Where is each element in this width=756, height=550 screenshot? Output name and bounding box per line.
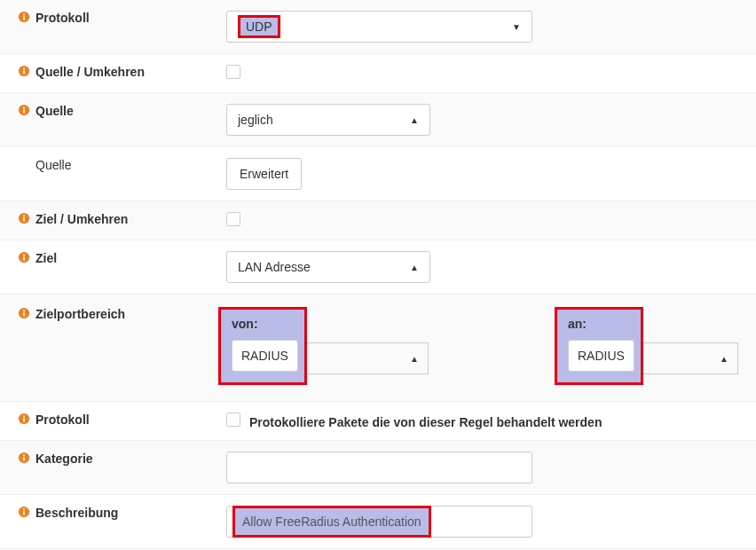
quelle-umkehren-checkbox[interactable] — [226, 65, 240, 79]
caret-up-icon: ▲ — [720, 354, 728, 364]
label-ziel-umkehren: Ziel / Umkehren — [0, 212, 226, 229]
kategorie-input[interactable] — [226, 452, 532, 483]
label-quelle-umkehren: Quelle / Umkehren — [0, 65, 226, 82]
protokoll-log-label: Protokolliere Pakete die von dieser Rege… — [249, 415, 602, 429]
svg-rect-13 — [23, 256, 25, 260]
svg-rect-11 — [23, 216, 25, 217]
caret-up-icon: ▲ — [410, 115, 419, 125]
ziel-umkehren-checkbox[interactable] — [226, 212, 240, 226]
field-ziel: LAN Adresse ▲ — [226, 251, 756, 283]
svg-rect-22 — [23, 457, 25, 460]
protokoll-dropdown[interactable]: UDP ▼ — [226, 11, 532, 43]
svg-rect-16 — [23, 312, 25, 316]
info-icon — [18, 251, 30, 263]
port-an-box: an: RADIUS — [555, 307, 643, 385]
row-protokoll: Protokoll UDP ▼ — [0, 0, 756, 54]
field-ziel-umkehren — [226, 212, 756, 229]
info-icon — [18, 307, 30, 319]
field-protokoll: UDP ▼ — [226, 11, 756, 43]
label-ziel: Ziel — [0, 251, 226, 283]
info-icon — [18, 452, 30, 464]
svg-rect-17 — [23, 310, 25, 312]
svg-rect-20 — [23, 416, 25, 418]
svg-rect-1 — [23, 16, 25, 20]
row-quelle: Quelle jeglich ▲ — [0, 93, 756, 147]
port-von-dropdown[interactable]: RADIUS — [232, 340, 298, 372]
svg-rect-10 — [23, 217, 25, 221]
field-zielportbereich: von: RADIUS ▲ an: RADIU — [218, 307, 756, 385]
field-quelle: jeglich ▲ — [226, 104, 756, 136]
erweitert-button[interactable]: Erweitert — [226, 158, 302, 190]
row-kategorie: Kategorie — [0, 441, 756, 495]
port-von-label: von: — [232, 317, 294, 331]
svg-rect-7 — [23, 109, 25, 113]
field-quelle-adv: Erweitert — [226, 158, 756, 190]
caret-down-icon: ▼ — [512, 22, 521, 32]
svg-rect-23 — [23, 455, 25, 457]
row-quelle-adv: Quelle Erweitert — [0, 147, 756, 201]
port-an-label: an: — [568, 317, 630, 331]
port-von-box: von: RADIUS — [218, 307, 307, 385]
info-icon — [18, 104, 30, 116]
label-quelle: Quelle — [0, 104, 226, 136]
svg-rect-8 — [23, 107, 25, 109]
label-zielportbereich: Zielportbereich — [0, 307, 218, 321]
info-icon — [18, 11, 30, 23]
field-quelle-umkehren — [226, 65, 756, 82]
svg-rect-25 — [23, 511, 25, 515]
svg-rect-14 — [23, 255, 25, 256]
label-quelle-adv: Quelle — [0, 158, 226, 190]
row-quelle-umkehren: Quelle / Umkehren — [0, 54, 756, 93]
info-icon — [18, 506, 30, 518]
row-protokoll-log: Protokoll Protokolliere Pakete die von d… — [0, 402, 756, 441]
caret-up-icon: ▲ — [410, 354, 419, 364]
info-icon — [18, 412, 30, 425]
svg-rect-26 — [23, 509, 25, 511]
svg-rect-4 — [23, 70, 25, 74]
row-ziel: Ziel LAN Adresse ▲ — [0, 240, 756, 295]
caret-up-icon: ▲ — [410, 263, 419, 272]
svg-rect-19 — [23, 418, 25, 421]
row-ziel-umkehren: Ziel / Umkehren — [0, 201, 756, 240]
beschreibung-input[interactable]: Allow FreeRadius Authentication — [226, 506, 532, 538]
protokoll-log-checkbox[interactable] — [226, 412, 240, 427]
svg-rect-2 — [23, 14, 25, 16]
field-kategorie — [226, 452, 756, 483]
quelle-dropdown[interactable]: jeglich ▲ — [226, 104, 430, 136]
row-zielportbereich: Zielportbereich von: RADIUS ▲ — [0, 295, 756, 402]
info-icon — [18, 65, 30, 77]
label-protokoll-log: Protokoll — [0, 412, 226, 429]
ziel-dropdown[interactable]: LAN Adresse ▲ — [226, 251, 430, 283]
label-beschreibung: Beschreibung — [0, 506, 226, 538]
row-beschreibung: Beschreibung Allow FreeRadius Authentica… — [0, 495, 756, 549]
svg-rect-5 — [23, 68, 25, 70]
info-icon — [18, 212, 30, 224]
label-kategorie: Kategorie — [0, 452, 226, 483]
port-an-dropdown[interactable]: RADIUS — [568, 340, 634, 372]
label-protokoll: Protokoll — [0, 11, 226, 43]
field-protokoll-log: Protokolliere Pakete die von dieser Rege… — [226, 412, 756, 429]
field-beschreibung: Allow FreeRadius Authentication — [226, 506, 756, 538]
